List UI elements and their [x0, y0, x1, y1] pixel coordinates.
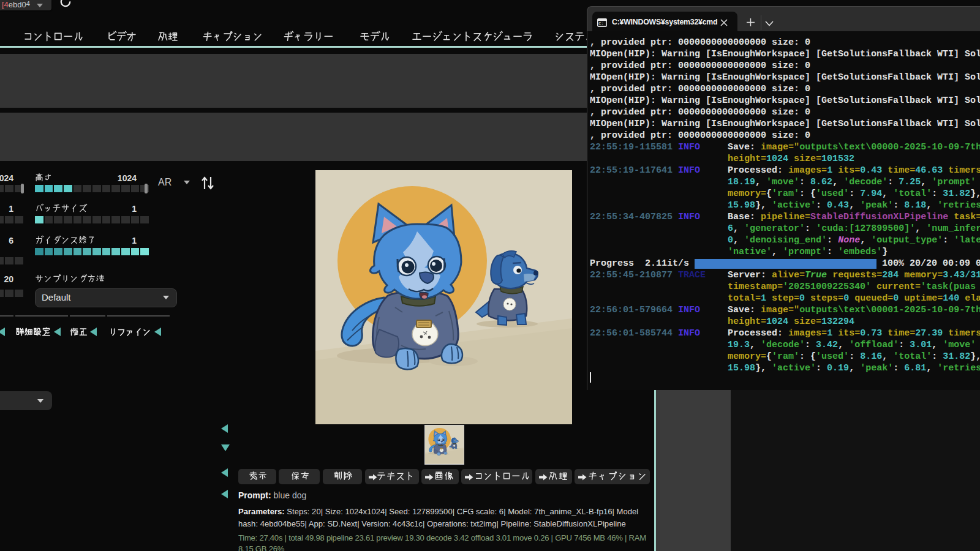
svg-text:C:: C: — [598, 21, 603, 26]
